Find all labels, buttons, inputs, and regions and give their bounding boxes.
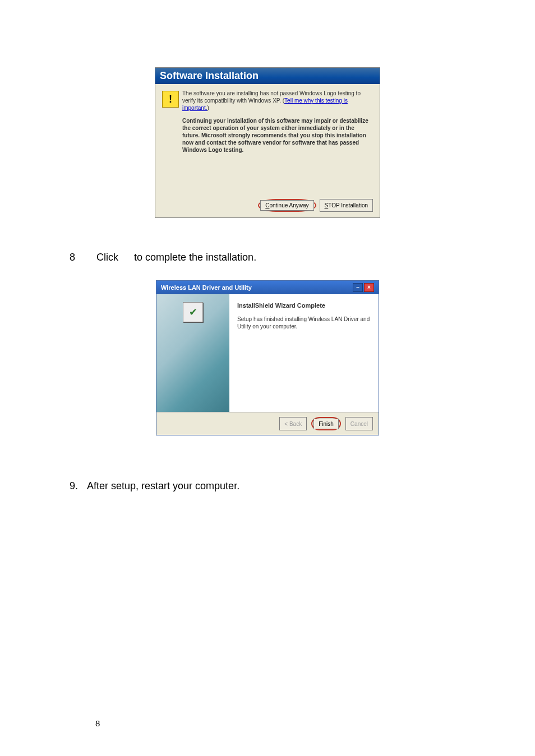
- step-9: 9. After setup, restart your computer.: [70, 480, 535, 492]
- step-8-number: 8: [70, 252, 81, 263]
- step-8: 8 Click to complete the installation.: [70, 252, 535, 263]
- wizard-complete-body: Setup has finished installing Wireless L…: [237, 316, 371, 330]
- dialog2-title: Wireless LAN Driver and Utility: [161, 284, 252, 291]
- installshield-complete-dialog: Wireless LAN Driver and Utility – × ✔ In…: [156, 280, 379, 435]
- dialog1-p1-close: ): [207, 105, 209, 111]
- highlight-ring-finish: Finish: [311, 417, 341, 430]
- finish-button[interactable]: Finish: [313, 419, 339, 429]
- dialog1-paragraph2: Continuing your installation of this sof…: [182, 117, 373, 154]
- step-8-click: Click: [96, 252, 118, 263]
- continue-label-rest: ontinue Anyway: [269, 202, 308, 208]
- wizard-sidebar-image: ✔: [156, 294, 229, 412]
- dialog2-titlebar: Wireless LAN Driver and Utility – ×: [156, 281, 379, 294]
- close-icon[interactable]: ×: [364, 283, 374, 292]
- stop-label-rest: TOP Installation: [328, 202, 368, 208]
- wizard-button-row: < Back Finish Cancel: [156, 412, 379, 435]
- wizard-complete-heading: InstallShield Wizard Complete: [237, 302, 371, 309]
- dialog1-paragraph1: The software you are installing has not …: [182, 90, 373, 112]
- step-8-rest: to complete the installation.: [134, 252, 256, 263]
- back-button: < Back: [279, 417, 307, 430]
- minimize-icon[interactable]: –: [353, 283, 363, 292]
- cancel-button: Cancel: [345, 417, 373, 430]
- software-installation-dialog: Software Installation ! The software you…: [155, 67, 380, 218]
- step-9-number: 9.: [70, 480, 78, 492]
- continue-anyway-button[interactable]: Continue Anyway: [260, 200, 313, 211]
- page-number: 8: [95, 718, 100, 728]
- step-9-text: After setup, restart your computer.: [87, 480, 239, 492]
- highlight-ring: Continue Anyway: [258, 199, 316, 212]
- warning-icon: !: [162, 91, 179, 108]
- dialog-title: Software Installation: [155, 68, 380, 84]
- stop-installation-button[interactable]: STOP Installation: [320, 199, 373, 212]
- computer-check-icon: ✔: [183, 302, 203, 322]
